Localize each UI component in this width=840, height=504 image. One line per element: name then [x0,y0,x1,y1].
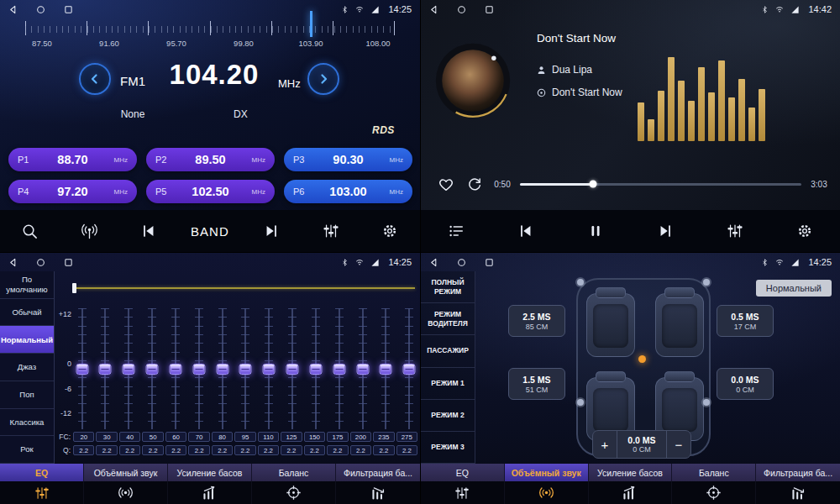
eq-slider-handle[interactable] [239,364,252,375]
tab-filter[interactable]: Фильтрация ба... [336,464,420,504]
eq-slider-handle[interactable] [99,364,112,375]
nav-home-icon[interactable] [36,5,45,14]
eq-slider-handle[interactable] [309,364,322,375]
eq-slider-handle[interactable] [263,364,276,375]
master-level-handle[interactable] [72,283,76,293]
surround-mode-item[interactable]: ПАССАЖИР [421,335,475,367]
surround-mode-item[interactable]: РЕЖИМ 2 [421,400,475,432]
tab-eq-sliders[interactable]: EQ [0,464,84,504]
nav-home-icon[interactable] [457,258,466,267]
eq-band-slider[interactable] [192,308,206,429]
previous-station-button[interactable] [131,213,166,249]
eq-band-slider[interactable] [168,308,182,429]
tab-bass-boost[interactable]: Усиление басов [589,464,673,504]
previous-track-button[interactable] [508,213,543,249]
tab-surround[interactable]: Объёмный звук [505,464,589,504]
eq-band-slider[interactable] [308,308,323,429]
nav-back-icon[interactable] [429,5,438,14]
eq-slider-handle[interactable] [146,364,159,375]
radio-preset-p6[interactable]: P6103.00MHz [284,180,412,203]
tab-surround[interactable]: Объёмный звук [84,464,168,504]
increase-delay-button[interactable]: + [593,431,617,458]
master-level-slider[interactable] [76,287,415,289]
eq-band-slider[interactable] [286,308,300,429]
nav-back-icon[interactable] [8,258,18,267]
tab-balance[interactable]: Баланс [672,464,756,504]
eq-band-slider[interactable] [402,308,417,429]
front-right-delay[interactable]: 0.5 MS 17 CM [717,305,774,337]
tab-bass-boost[interactable]: Усиление басов [168,464,252,504]
eq-preset-item[interactable]: Джаз [0,354,54,381]
tab-eq-sliders[interactable]: EQ [421,464,505,504]
eq-band-slider[interactable] [239,308,253,429]
eq-band-slider[interactable] [98,308,113,429]
nav-back-icon[interactable] [8,5,18,14]
surround-mode-item[interactable]: РЕЖИМ 1 [421,368,475,400]
repeat-button[interactable] [465,174,485,194]
radio-preset-p5[interactable]: P5102.50MHz [146,180,275,203]
progress-knob[interactable] [590,181,597,188]
tab-filter[interactable]: Фильтрация ба... [756,464,840,504]
eq-slider-handle[interactable] [76,364,88,375]
next-station-button[interactable] [254,213,289,249]
eq-slider-handle[interactable] [123,364,135,375]
eq-band-slider[interactable] [332,308,346,429]
eq-slider-handle[interactable] [192,364,205,375]
surround-mode-item[interactable]: РЕЖИМ ВОДИТЕЛЯ [421,303,475,335]
eq-preset-item[interactable]: Поп [0,381,54,409]
nav-recents-icon[interactable] [64,258,73,267]
settings-button[interactable] [787,213,822,249]
radio-preset-p1[interactable]: P188.70MHz [8,148,137,171]
nav-recents-icon[interactable] [485,258,494,267]
audio-settings-button[interactable] [717,213,753,249]
radio-preset-p3[interactable]: P390.30MHz [284,148,412,171]
album-art[interactable] [434,42,512,119]
surround-mode-item[interactable]: РЕЖИМ 3 [421,432,475,464]
eq-preset-item[interactable]: Обычай [0,299,54,327]
eq-band-slider[interactable] [75,308,89,429]
band-button[interactable]: BAND [191,224,229,239]
radio-preset-p4[interactable]: P497.20MHz [8,180,137,203]
nav-home-icon[interactable] [457,5,466,14]
eq-preset-item[interactable]: Классика [0,409,54,437]
eq-band-slider[interactable] [379,308,393,429]
eq-preset-item[interactable]: Нормальный [0,326,54,354]
front-left-delay[interactable]: 2.5 MS 85 CM [508,305,565,337]
eq-band-slider[interactable] [122,308,136,429]
eq-preset-item[interactable]: По умолчанию [0,271,54,299]
rear-right-delay[interactable]: 0.0 MS 0 CM [717,368,774,400]
eq-band-slider[interactable] [262,308,276,429]
decrease-delay-button[interactable]: − [667,431,690,458]
eq-slider-handle[interactable] [356,364,369,375]
tab-balance[interactable]: Баланс [252,464,336,504]
station-search-button[interactable] [12,213,47,249]
eq-slider-handle[interactable] [216,364,228,375]
radio-preset-p2[interactable]: P289.50MHz [146,148,275,171]
pause-button[interactable] [578,213,613,249]
listening-position-dot[interactable] [638,355,646,363]
eq-slider-handle[interactable] [169,364,181,375]
eq-slider-handle[interactable] [403,364,416,375]
eq-slider-handle[interactable] [286,364,299,375]
scan-stations-button[interactable] [71,213,107,249]
nav-recents-icon[interactable] [485,5,494,14]
nav-home-icon[interactable] [36,258,45,267]
next-track-button[interactable] [648,213,683,249]
progress-bar[interactable] [520,183,801,186]
sound-profile-button[interactable]: Нормальный [756,280,832,297]
eq-preset-item[interactable]: Рок [0,436,54,464]
favorite-button[interactable] [436,174,456,194]
eq-band-slider[interactable] [145,308,160,429]
eq-slider-handle[interactable] [333,364,345,375]
settings-button[interactable] [372,213,407,249]
eq-band-slider[interactable] [355,308,370,429]
nav-recents-icon[interactable] [64,5,73,14]
eq-slider-handle[interactable] [380,364,392,375]
playlist-button[interactable] [438,213,474,249]
audio-settings-button[interactable] [313,213,349,249]
nav-back-icon[interactable] [429,258,438,267]
surround-mode-item[interactable]: ПОЛНЫЙ РЕЖИМ [421,271,475,303]
eq-slider-track [222,308,223,429]
eq-band-slider[interactable] [215,308,229,429]
rear-left-delay[interactable]: 1.5 MS 51 CM [508,368,565,400]
